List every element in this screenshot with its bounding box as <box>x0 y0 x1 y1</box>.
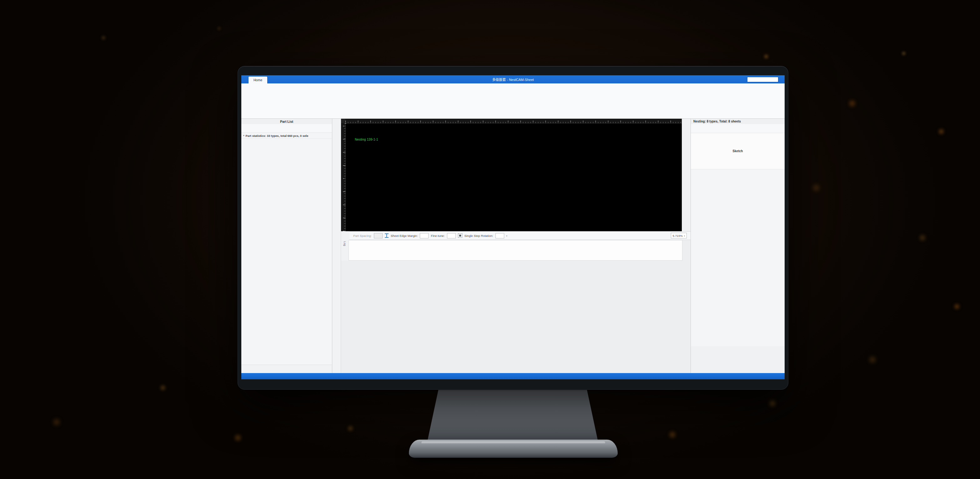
sketch-label: Sketch <box>733 149 743 153</box>
sheet-panel-gap <box>691 346 784 373</box>
part-spacing-icon <box>385 233 388 238</box>
rotation-dropdown-icon[interactable]: ▾ <box>506 235 508 237</box>
collapse-caret-icon: ▾ <box>243 134 245 137</box>
nested-sheet[interactable] <box>345 123 346 124</box>
log-label-column: Log <box>341 240 348 260</box>
ruler-corner <box>341 119 345 123</box>
part-list-toolbar <box>241 124 332 133</box>
margin-corners-icon <box>458 233 462 238</box>
title-bar: Home 多级嵌套 - NestCAM-Sheet <box>241 75 784 83</box>
ribbon <box>241 83 784 119</box>
single-step-rotation-label: Single Step Rotation: <box>465 234 493 238</box>
nesting-summary: Nesting: 8 types, Total: 8 sheets <box>691 119 784 124</box>
center-column: Nesting 139-1-1 Part Spacing: <box>341 119 690 373</box>
fine-tune-label: Fine-tune: <box>431 234 444 238</box>
search-input[interactable] <box>747 77 778 82</box>
canvas-bar-spacer <box>341 231 350 240</box>
canvas-toolbar: Part Spacing: Sheet Edge Margin: Fine-tu… <box>350 231 690 240</box>
sheet-edge-margin-input[interactable] <box>420 233 429 238</box>
layer-strip <box>682 119 690 231</box>
zoom-dropdown-icon: ▾ <box>684 235 685 237</box>
single-step-rotation-input[interactable] <box>495 233 504 238</box>
titlebar-right <box>747 77 784 82</box>
ruler-vertical <box>341 123 346 231</box>
nesting-sheet-label: Nesting 139-1-1 <box>355 138 378 141</box>
part-spacing-input[interactable] <box>374 233 383 238</box>
nesting-panel-toolbar <box>691 124 784 133</box>
center-gap <box>341 260 690 373</box>
main-area: Part List ▾ Part statistics: 33 types, t… <box>241 119 784 373</box>
sheet-edge-margin-label: Sheet Edge Margin: <box>391 234 418 238</box>
nesting-results-panel: Nesting: 8 types, Total: 8 sheets Sketch <box>690 119 784 373</box>
zoom-level-select[interactable]: 5.723% ▾ <box>671 233 687 238</box>
part-list-panel: Part List ▾ Part statistics: 33 types, t… <box>241 119 332 373</box>
monitor-stand-neck <box>427 388 599 444</box>
part-list-title: Part List <box>241 119 332 124</box>
nesting-canvas[interactable]: Nesting 139-1-1 <box>341 119 682 231</box>
part-statistics[interactable]: ▾ Part statistics: 33 types, total 660 p… <box>241 133 332 139</box>
canvas-drawing-area[interactable]: Nesting 139-1-1 <box>345 123 682 231</box>
part-list <box>241 139 332 365</box>
bottom-accent-strip <box>241 373 784 379</box>
zoom-level-value: 5.723% <box>673 234 683 238</box>
part-list-footer <box>241 365 332 373</box>
monitor: Home 多级嵌套 - NestCAM-Sheet Part List ▾ Pa <box>237 66 788 390</box>
log-label: Log <box>343 241 346 260</box>
tab-home[interactable]: Home <box>248 76 267 83</box>
ruler-horizontal <box>345 119 682 124</box>
monitor-stand-base <box>409 439 618 458</box>
part-spacing-label: Part Spacing: <box>353 234 372 238</box>
window-title: 多级嵌套 - NestCAM-Sheet <box>241 77 784 82</box>
canvas-tool-strip <box>332 119 341 373</box>
log-panel <box>348 240 682 260</box>
screen: Home 多级嵌套 - NestCAM-Sheet Part List ▾ Pa <box>241 75 784 379</box>
nestcam-app-window: Home 多级嵌套 - NestCAM-Sheet Part List ▾ Pa <box>241 75 784 379</box>
sheet-list <box>691 169 784 346</box>
fine-tune-input[interactable] <box>447 233 456 238</box>
sketch-section[interactable]: Sketch <box>691 133 784 169</box>
